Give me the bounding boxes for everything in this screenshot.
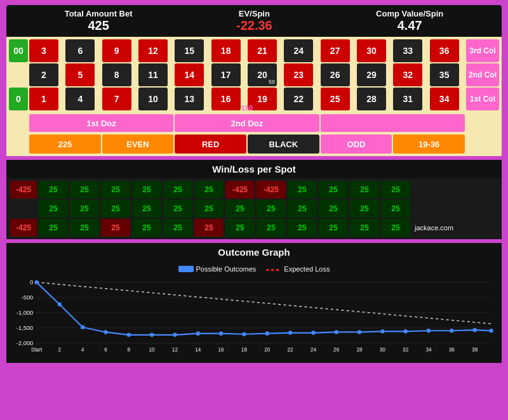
svg-text:12: 12 [172,346,178,351]
number-13[interactable]: 13 [175,88,204,110]
number-36[interactable]: 36 [430,39,459,62]
svg-point-28 [427,329,431,333]
number-25[interactable]: 25 [321,88,350,110]
bet-even[interactable]: EVEN [102,135,174,154]
svg-text:28: 28 [356,346,362,351]
number-1[interactable]: 1 [29,88,58,110]
bet-black[interactable]: BLACK [248,135,319,154]
wl-cell: 25 [39,181,68,199]
zero-0[interactable]: 0 [9,88,28,110]
number-17[interactable]: 17 [211,63,241,86]
number-24[interactable]: 24 [284,39,313,62]
svg-text:22: 22 [287,346,293,351]
svg-text:4: 4 [81,346,84,351]
svg-point-14 [104,330,107,334]
ev-label: EV/Spin [239,9,270,18]
number-29[interactable]: 29 [357,63,386,86]
wl-cell: 25 [101,181,130,199]
svg-point-25 [358,330,361,334]
svg-text:0: 0 [30,279,33,285]
graph-header: Outcome Graph [6,243,502,261]
number-23[interactable]: 23 [284,63,313,86]
number-11[interactable]: 11 [138,63,168,86]
number-4[interactable]: 4 [65,88,95,110]
number-30[interactable]: 30 [357,39,386,62]
wl-cell: 25 [319,181,348,199]
legend-possible-label: Possible Outcomes [196,265,257,273]
number-12[interactable]: 12 [138,39,168,62]
number-8[interactable]: 8 [102,63,131,86]
total-bet-label: Total Amount Bet [65,9,133,18]
dozen-1st[interactable]: 1st Doz [29,114,173,132]
total-bet-stat: Total Amount Bet 425 [65,9,133,33]
number-16[interactable]: 16 [211,88,241,110]
wl-cell: 25 [163,200,192,218]
svg-text:14: 14 [195,346,201,351]
wl-cell: 25 [194,181,224,199]
number-34[interactable]: 34 [430,88,459,110]
total-bet-value: 425 [88,18,109,33]
number-15[interactable]: 15 [175,39,204,62]
number-26[interactable]: 26 [321,63,350,86]
wl-cell: 25 [101,200,130,218]
wl-cell: 25 [163,181,192,199]
number-3[interactable]: 3 [29,39,58,62]
bet-1-18[interactable]: 225 [29,135,101,154]
number-21[interactable]: 21 [248,39,277,62]
dozen-2nd[interactable]: 150 2nd Doz [175,114,319,132]
dozen-3rd[interactable] [321,114,465,132]
number-20[interactable]: 2050 [248,63,277,86]
svg-text:20: 20 [264,346,270,351]
wl-cell: 25 [257,219,286,237]
wl-cell: 25 [381,181,410,199]
wl-cell: 25 [132,181,161,199]
svg-text:24: 24 [311,346,316,351]
svg-text:8: 8 [128,346,131,351]
bet-amount-50: 50 [269,79,275,85]
number-2[interactable]: 2 [29,63,58,86]
ev-value: -22.36 [236,18,272,33]
number-27[interactable]: 27 [321,39,350,62]
wl-cell: 25 [132,200,161,218]
svg-point-21 [265,331,269,336]
number-5[interactable]: 5 [65,63,95,86]
number-33[interactable]: 33 [393,39,422,62]
wl-row-2: 25 25 25 25 25 25 25 25 25 25 25 25 [10,200,498,218]
number-18[interactable]: 18 [211,39,241,62]
wl-cell: 25 [225,219,255,237]
wl-cell-neg: -425 [257,181,286,199]
number-32[interactable]: 32 [393,63,422,86]
svg-point-23 [311,331,315,335]
legend-expected-label: Expected Loss [284,265,330,273]
bet-19-36[interactable]: 19-36 [393,135,465,154]
number-35[interactable]: 35 [430,63,459,86]
legend-box-red [266,269,281,271]
number-7[interactable]: 7 [102,88,131,110]
number-9[interactable]: 9 [102,39,131,62]
col-2nd[interactable]: 2nd Col [466,63,499,86]
svg-text:-1,000: -1,000 [17,309,33,316]
wl-cell: 25 [225,200,255,218]
wl-cell: 25 [381,200,410,218]
wl-cell: 25 [288,200,317,218]
zero-00[interactable]: 00 [9,39,28,62]
number-22[interactable]: 22 [284,88,313,110]
bet-odd[interactable]: ODD [321,135,392,154]
col-3rd[interactable]: 3rd Col [466,39,499,62]
number-14[interactable]: 14 [175,63,204,86]
number-28[interactable]: 28 [357,88,386,110]
jackace-label: jackace.com [415,224,453,232]
number-31[interactable]: 31 [393,88,422,110]
bet-red[interactable]: RED [175,135,246,154]
wl-left-3: -425 [10,219,37,237]
svg-point-20 [242,332,246,336]
number-10[interactable]: 10 [138,88,168,110]
col-1st[interactable]: 1st Col [466,88,499,110]
wl-cell-neg: 25 [101,219,130,237]
wl-cell: 25 [350,219,379,237]
wl-cell: 25 [70,200,99,218]
svg-point-11 [34,280,38,285]
svg-text:38: 38 [472,346,478,351]
legend-possible: Possible Outcomes [178,265,257,273]
number-6[interactable]: 6 [65,39,95,62]
